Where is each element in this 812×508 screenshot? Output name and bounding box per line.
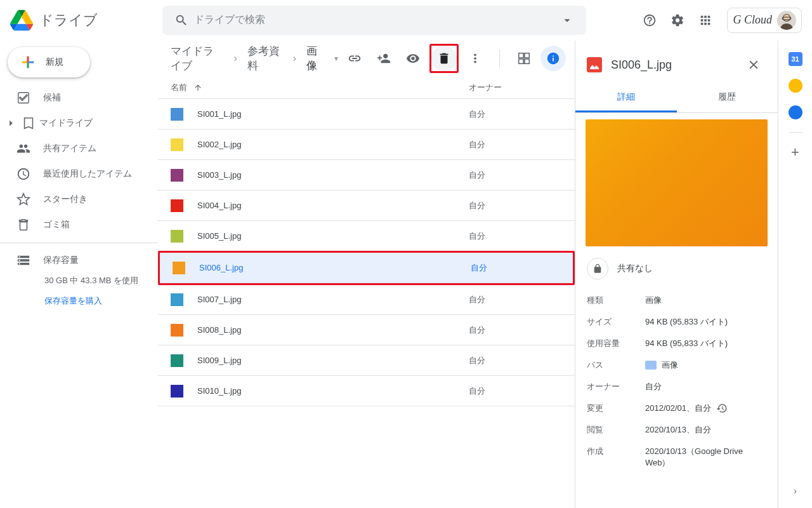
- share-status: 共有なし: [575, 253, 778, 284]
- chevron-right-icon[interactable]: ›: [789, 484, 802, 498]
- file-row[interactable]: SI002_L.jpg自分: [158, 130, 575, 160]
- nav-mydrive[interactable]: マイドライブ: [0, 110, 150, 136]
- file-thumb: [171, 324, 183, 337]
- avatar: [777, 11, 796, 30]
- search-bar[interactable]: ドライブで検索: [162, 6, 586, 35]
- side-rail: 31 + ›: [778, 41, 812, 508]
- lock-icon: [587, 258, 608, 279]
- column-headers: 名前 オーナー: [158, 76, 575, 99]
- file-name: SI010_L.jpg: [197, 386, 469, 396]
- close-icon[interactable]: [741, 52, 766, 77]
- file-list: SI001_L.jpg自分SI002_L.jpg自分SI003_L.jpg自分S…: [158, 99, 575, 406]
- account-chip[interactable]: G Cloud: [727, 8, 802, 33]
- apps-icon[interactable]: [693, 8, 718, 33]
- app-name: ドライブ: [39, 11, 98, 30]
- calendar-icon[interactable]: 31: [789, 52, 802, 66]
- gear-icon[interactable]: [665, 8, 690, 33]
- add-icon[interactable]: +: [789, 145, 802, 159]
- nav-starred[interactable]: スター付き: [0, 187, 150, 212]
- crumb-2[interactable]: 画像: [303, 41, 328, 76]
- search-dropdown-icon[interactable]: [554, 8, 580, 33]
- file-thumb: [171, 293, 183, 306]
- details-tabs: 詳細 履歴: [575, 84, 778, 113]
- file-owner: 自分: [469, 200, 485, 211]
- file-name: SI008_L.jpg: [197, 325, 469, 335]
- header-actions: G Cloud: [637, 8, 807, 33]
- image-file-icon: [587, 57, 602, 72]
- grid-view-icon[interactable]: [511, 46, 537, 71]
- info-icon[interactable]: [540, 46, 566, 71]
- file-owner: 自分: [469, 355, 485, 366]
- tab-history[interactable]: 履歴: [677, 84, 778, 112]
- preview-image: [586, 119, 768, 246]
- file-thumb: [173, 262, 185, 274]
- trash-highlight: [429, 44, 459, 73]
- sidebar: 新規 候補 マイドライブ 共有アイテム 最近使用したアイテム スター付き ゴミ箱…: [0, 41, 157, 508]
- file-row[interactable]: SI008_L.jpg自分: [158, 315, 575, 345]
- nav-trash[interactable]: ゴミ箱: [0, 212, 150, 237]
- new-button[interactable]: 新規: [8, 47, 90, 77]
- file-owner: 自分: [469, 170, 485, 181]
- crumb-1[interactable]: 参考資料: [244, 41, 287, 76]
- nav-recent[interactable]: 最近使用したアイテム: [0, 161, 150, 187]
- col-owner[interactable]: オーナー: [469, 82, 502, 93]
- link-icon[interactable]: [342, 46, 367, 71]
- preview-icon[interactable]: [400, 46, 426, 71]
- file-thumb: [171, 138, 183, 151]
- file-row[interactable]: SI003_L.jpg自分: [158, 160, 575, 190]
- keep-icon[interactable]: [789, 79, 802, 93]
- more-icon[interactable]: [462, 46, 488, 71]
- file-thumb: [171, 354, 183, 367]
- buy-storage-link[interactable]: 保存容量を購入: [0, 295, 157, 307]
- tab-details[interactable]: 詳細: [575, 84, 677, 112]
- file-thumb: [171, 385, 183, 398]
- nav-priority[interactable]: 候補: [0, 85, 150, 110]
- file-row[interactable]: SI001_L.jpg自分: [158, 99, 575, 130]
- file-row[interactable]: SI006_L.jpg自分: [160, 253, 573, 283]
- file-owner: 自分: [469, 109, 485, 120]
- details-title: SI006_L.jpg: [611, 58, 732, 72]
- logo[interactable]: ドライブ: [5, 9, 162, 32]
- file-name: SI009_L.jpg: [197, 356, 469, 365]
- file-owner: 自分: [469, 324, 485, 336]
- file-row[interactable]: SI004_L.jpg自分: [158, 190, 575, 221]
- col-name[interactable]: 名前: [171, 82, 469, 93]
- file-owner: 自分: [469, 294, 485, 305]
- file-thumb: [171, 108, 183, 121]
- tasks-icon[interactable]: [789, 105, 802, 119]
- trash-icon[interactable]: [431, 46, 457, 71]
- header: ドライブ ドライブで検索 G Cloud: [0, 0, 812, 41]
- search-icon[interactable]: [169, 8, 194, 33]
- file-name: SI004_L.jpg: [197, 201, 469, 210]
- svg-rect-3: [587, 57, 602, 72]
- file-name: SI007_L.jpg: [197, 295, 469, 304]
- file-row[interactable]: SI010_L.jpg自分: [158, 376, 575, 406]
- file-row[interactable]: SI007_L.jpg自分: [158, 284, 575, 315]
- file-name: SI001_L.jpg: [197, 109, 469, 119]
- file-owner: 自分: [471, 262, 487, 274]
- file-thumb: [171, 169, 183, 182]
- drive-icon: [10, 9, 33, 32]
- chevron-right-icon: ›: [293, 52, 297, 65]
- share-icon[interactable]: [371, 46, 396, 71]
- file-owner: 自分: [469, 385, 485, 397]
- file-name: SI002_L.jpg: [197, 140, 469, 149]
- history-icon[interactable]: [716, 403, 728, 414]
- brand-label: G Cloud: [733, 13, 772, 27]
- help-icon[interactable]: [637, 8, 662, 33]
- storage-usage: 30 GB 中 43.3 MB を使用: [0, 272, 157, 295]
- details-panel: SI006_L.jpg 詳細 履歴 共有なし 種類画像 サイズ94 KB (95…: [575, 41, 778, 508]
- nav-storage[interactable]: 保存容量: [0, 248, 157, 272]
- file-row[interactable]: SI009_L.jpg自分: [158, 345, 575, 376]
- crumb-0[interactable]: マイドライブ: [167, 41, 227, 76]
- metadata: 種類画像 サイズ94 KB (95,833 バイト) 使用容量94 KB (95…: [575, 284, 778, 479]
- chevron-down-icon[interactable]: ▾: [334, 54, 338, 63]
- chevron-right-icon: ›: [233, 52, 237, 65]
- file-owner: 自分: [469, 139, 485, 150]
- file-name: SI003_L.jpg: [197, 170, 469, 180]
- file-name: SI006_L.jpg: [199, 263, 471, 272]
- nav-shared[interactable]: 共有アイテム: [0, 136, 150, 161]
- file-thumb: [171, 199, 183, 212]
- plus-icon: [19, 53, 37, 71]
- file-row[interactable]: SI005_L.jpg自分: [158, 221, 575, 251]
